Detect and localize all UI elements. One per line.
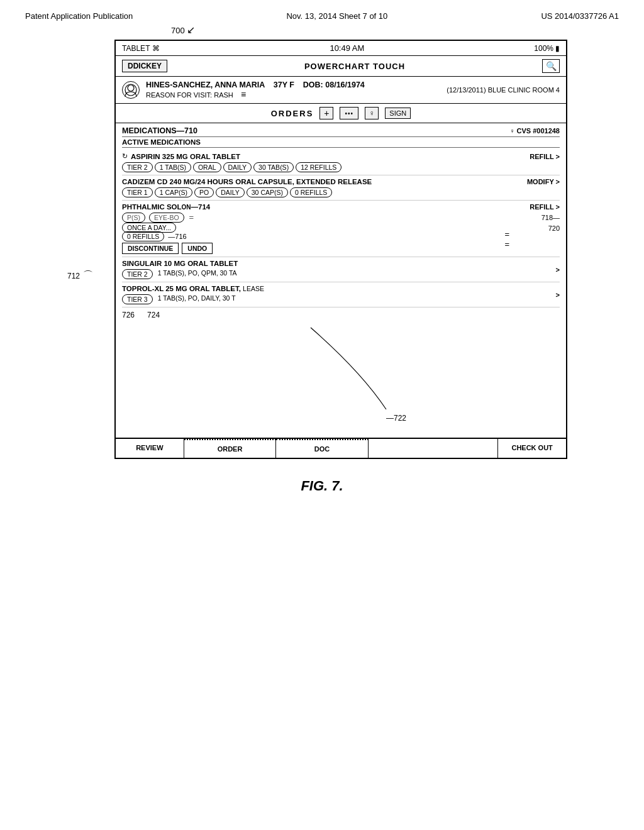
tag-eyebo: EYE-BO: [149, 213, 184, 223]
cvs-pharmacy: ♀ CVS #001248: [509, 127, 560, 135]
toprol-dosage: 1 TAB(S), PO, DAILY, 30 T: [155, 294, 236, 304]
medication-item-aspirin: ↻ ASPIRIN 325 MG ORAL TABLET REFILL > TI…: [122, 150, 560, 175]
aspirin-tags: TIER 2 1 TAB(S) ORAL DAILY 30 TAB(S) 12 …: [122, 162, 560, 172]
status-bar: TABLET ⌘ 10:49 AM 100% ▮: [116, 41, 566, 56]
tag-0refills-ophthalmic: 0 REFILLS: [122, 231, 164, 241]
tag-1tabs: 1 TAB(S): [155, 162, 191, 172]
refill-button-ophthalmic[interactable]: REFILL >: [530, 203, 560, 211]
med-name-row: ↻ ASPIRIN 325 MG ORAL TABLET: [122, 152, 240, 160]
patient-location: (12/13/2011) BLUE CLINIC ROOM 4: [447, 86, 560, 94]
tag-singulair-tier2[interactable]: TIER 2: [122, 269, 153, 279]
diagram-space: —722: [122, 321, 560, 434]
patent-header-center: Nov. 13, 2014 Sheet 7 of 10: [286, 11, 387, 21]
status-time: 10:49 AM: [330, 43, 364, 53]
patient-bar: HINES-SANCHEZ, ANNA MARIA 37Y F DOB: 08/…: [116, 77, 566, 104]
orders-bar: ORDERS + ••• ♀ SIGN: [116, 104, 566, 123]
orders-sign-button[interactable]: SIGN: [385, 108, 411, 119]
ophthalmic-refills: 0 REFILLS —716: [122, 233, 530, 240]
cadizem-tags: TIER 1 1 CAP(S) PO DAILY 30 CAP(S) 0 REF…: [122, 187, 560, 197]
tag-ps: P(S): [122, 213, 145, 223]
tag-toprol-tier3[interactable]: TIER 3: [122, 294, 153, 304]
main-content: 700 ↙ 712 ⌒ TABLET ⌘ 10:49 AM 100%: [0, 27, 644, 519]
tag-tier2[interactable]: TIER 2: [122, 162, 153, 172]
diagram-labels-row: 726 724: [122, 307, 560, 321]
nav-review[interactable]: REVIEW: [116, 439, 184, 458]
patent-header-right: US 2014/0337726 A1: [541, 11, 619, 21]
refill-button-aspirin[interactable]: REFILL >: [530, 153, 560, 160]
action-buttons: DISCONTINUE UNDO: [122, 243, 560, 254]
label-726: 726: [122, 311, 135, 319]
label-724: 724: [147, 311, 160, 319]
tag-1caps: 1 CAP(S): [155, 187, 192, 197]
medication-item-ophthalmic: PHTHALMIC SOLON—714 P(S) EYE-BO = ONCE A…: [122, 201, 560, 257]
med-item-header: ↻ ASPIRIN 325 MG ORAL TABLET REFILL >: [122, 152, 560, 160]
label-712: 712 ⌒: [67, 269, 93, 282]
cadizem-header: CADIZEM CD 240 MG/24 HOURS ORAL CAPSULE,…: [122, 178, 560, 185]
nav-bar: DDICKEY POWERCHART TOUCH 🔍: [116, 56, 566, 77]
label-700: 700 ↙: [171, 24, 195, 36]
svg-text:—722: —722: [386, 414, 406, 423]
discontinue-button[interactable]: DISCONTINUE: [122, 243, 179, 254]
singulair-name: SINGULAIR 10 MG ORAL TABLET: [122, 260, 238, 267]
wifi-icon: ⌘: [152, 44, 160, 53]
figure-label: FIG. 7.: [38, 478, 606, 507]
equals-sign-1: =: [504, 230, 509, 239]
tag-tier1[interactable]: TIER 1: [122, 187, 153, 197]
status-left: TABLET ⌘: [122, 44, 160, 53]
battery-icon: ▮: [555, 44, 560, 53]
medications-header: MEDICATIONS—710 ♀ CVS #001248: [122, 126, 560, 135]
search-button[interactable]: 🔍: [542, 59, 560, 73]
battery-percent: 100%: [534, 44, 553, 53]
svg-point-1: [125, 84, 136, 96]
equals-sign-2: =: [504, 240, 509, 249]
tablet-label: TABLET: [122, 44, 150, 53]
medication-item-singulair: SINGULAIR 10 MG ORAL TABLET TIER 2 1 TAB…: [122, 257, 560, 282]
singulair-tags: TIER 2 1 TAB(S), PO, QPM, 30 TA: [122, 269, 238, 279]
app-title: POWERCHART TOUCH: [304, 62, 405, 71]
patent-publication-page: Patent Application Publication Nov. 13, …: [0, 0, 644, 519]
label-718: 718—: [541, 214, 560, 221]
medication-item-cadizem: CADIZEM CD 240 MG/24 HOURS ORAL CAPSULE,…: [122, 175, 560, 201]
cadizem-name-row: CADIZEM CD 240 MG/24 HOURS ORAL CAPSULE,…: [122, 178, 372, 185]
tag-daily: DAILY: [223, 162, 252, 172]
medications-section: MEDICATIONS—710 ♀ CVS #001248 ACTIVE MED…: [116, 123, 566, 434]
user-button[interactable]: DDICKEY: [122, 60, 167, 72]
patient-reason: REASON FOR VISIT: RASH ≡: [146, 89, 440, 99]
active-medications-label: ACTIVE MEDICATIONS: [122, 136, 560, 148]
undo-button[interactable]: UNDO: [182, 243, 213, 254]
orders-more-button[interactable]: •••: [340, 107, 358, 119]
nav-doc[interactable]: DOC: [276, 439, 369, 458]
orders-add-button[interactable]: +: [319, 107, 333, 119]
patient-avatar: [122, 81, 140, 99]
nav-spacer: [369, 439, 498, 458]
tag-12refills: 12 REFILLS: [296, 162, 341, 172]
med-name-aspirin: ASPIRIN 325 MG ORAL TABLET: [131, 153, 240, 160]
status-right: 100% ▮: [534, 44, 560, 53]
tablet-ui: TABLET ⌘ 10:49 AM 100% ▮ DDICKEY POWERCH…: [114, 40, 567, 459]
order-doc-group: ORDER DOC: [184, 439, 369, 458]
toprol-action[interactable]: >: [556, 291, 560, 299]
tag-oral: ORAL: [193, 162, 221, 172]
tag-daily2: DAILY: [216, 187, 245, 197]
diagram-arrows: —722: [185, 321, 436, 428]
patient-name: HINES-SANCHEZ, ANNA MARIA 37Y F DOB: 08/…: [146, 80, 440, 89]
orders-bell-button[interactable]: ♀: [365, 107, 379, 119]
svg-point-0: [128, 85, 134, 91]
patent-header-left: Patent Application Publication: [25, 11, 133, 21]
toprol-tags: TIER 3 1 TAB(S), PO, DAILY, 30 T: [122, 294, 264, 304]
bottom-navigation: REVIEW ORDER DOC CHECK OUT: [116, 438, 566, 458]
ophthalmic-sub: P(S) EYE-BO =: [122, 213, 530, 222]
orders-label: ORDERS: [271, 109, 314, 118]
singulair-action[interactable]: >: [556, 266, 560, 274]
nav-checkout[interactable]: CHECK OUT: [498, 439, 566, 458]
patent-header: Patent Application Publication Nov. 13, …: [0, 0, 644, 27]
tag-30tabs: 30 TAB(S): [253, 162, 294, 172]
singulair-dosage: 1 TAB(S), PO, QPM, 30 TA: [155, 269, 237, 279]
modify-button-cadizem[interactable]: MODIFY >: [527, 178, 560, 185]
nav-order[interactable]: ORDER: [184, 439, 277, 458]
tag-0refills: 0 REFILLS: [290, 187, 332, 197]
toprol-name: TOPROL-XL 25 MG ORAL TABLET, LEASE: [122, 285, 264, 292]
patient-info: HINES-SANCHEZ, ANNA MARIA 37Y F DOB: 08/…: [146, 80, 440, 99]
medication-item-toprol: TOPROL-XL 25 MG ORAL TABLET, LEASE TIER …: [122, 282, 560, 307]
med-name-cadizem: CADIZEM CD 240 MG/24 HOURS ORAL CAPSULE,…: [122, 178, 372, 185]
